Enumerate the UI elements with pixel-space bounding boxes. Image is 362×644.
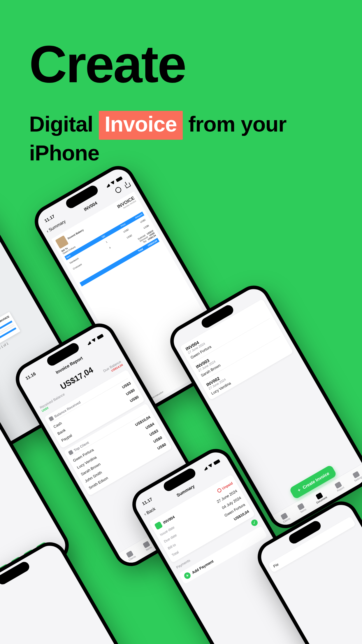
plus-icon: ＋ [296,487,302,494]
check-icon[interactable]: ✓ [250,518,259,527]
palette-icon[interactable] [114,186,122,194]
tab-report[interactable]: Report [333,481,345,492]
tab-settings[interactable]: Settings [351,470,362,482]
page-indicator: Page 1 of 1 [0,342,9,353]
person-icon [68,450,73,455]
tab-document[interactable]: Document [313,491,328,504]
doc-icon [154,521,163,530]
tab-items[interactable]: Items [297,503,307,513]
share-icon[interactable] [123,181,131,189]
hero-title: Create [29,38,333,90]
hero-sub-pre: Digital [29,112,99,136]
tab-clients[interactable]: Clients [280,512,291,524]
tab-clients[interactable]: Clients [125,550,136,561]
pie-label: Pie [273,562,280,568]
hero-subtitle: Digital Invoice from your iPhone [29,111,333,167]
back-button[interactable]: ‹ Back [143,506,156,517]
hero: Create Digital Invoice from your iPhone [29,38,333,167]
plus-icon: + [183,571,192,580]
hero-highlight: Invoice [99,111,183,140]
doc-thumbnail[interactable]: INVOICE [0,312,20,356]
tab-items[interactable]: Items [142,540,152,551]
wallet-icon [48,416,54,421]
